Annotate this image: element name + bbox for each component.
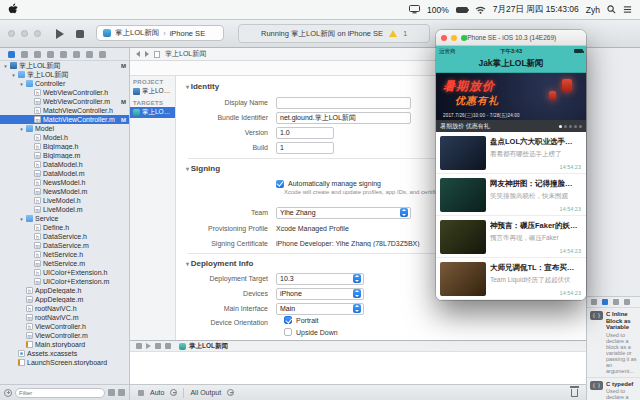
spotlight-icon[interactable]: [607, 5, 616, 14]
step-into-icon[interactable]: [165, 343, 171, 349]
debug-console[interactable]: [130, 352, 586, 384]
disclosure-triangle[interactable]: ▾: [11, 72, 16, 78]
code-snippet-item[interactable]: { } C Inline Block as Variable Used to d…: [587, 308, 640, 378]
tree-item[interactable]: ▾ 掌上LOL新闻: [0, 70, 129, 79]
run-button[interactable]: [56, 29, 64, 39]
tree-item[interactable]: rootNaviVC.h: [0, 304, 129, 313]
news-item[interactable]: 网友神拼图：记得撞脸… 笑笑撞脸高晓松，快来围观 14:54:23: [436, 174, 586, 216]
minimize-button[interactable]: [451, 35, 457, 41]
report-navigator-icon[interactable]: [99, 51, 106, 58]
warning-icon[interactable]: [389, 30, 397, 37]
tree-item[interactable]: NewsModel.m: [0, 187, 129, 196]
identity-section-header[interactable]: Identity: [186, 82, 219, 91]
tree-item[interactable]: UIColor+Extension.h: [0, 268, 129, 277]
tree-item[interactable]: NetService.m: [0, 259, 129, 268]
tree-item[interactable]: ▾ Controller: [0, 79, 129, 88]
menu-clock[interactable]: 7月27日 周四 15:43:06: [493, 4, 579, 16]
promo-banner[interactable]: 暑期放价 优惠有礼 2017.7/26(三)10:00 - 7/28(五)24:…: [436, 73, 586, 120]
tree-item[interactable]: MatchViewController.m M: [0, 115, 129, 124]
team-popup[interactable]: Yihe Zhang: [276, 207, 411, 219]
disclosure-triangle[interactable]: ▾: [19, 126, 24, 132]
minimize-button[interactable]: [21, 30, 28, 37]
hide-debug-area-icon[interactable]: [136, 343, 142, 349]
tree-item[interactable]: Define.h: [0, 223, 129, 232]
banner-caption-bar[interactable]: 暑期放价 优惠有礼: [436, 120, 586, 132]
file-template-library-icon[interactable]: [591, 299, 597, 305]
news-item[interactable]: 大师兄调侃TL：宣布买… Team Liquid经历了起起伏伏 14:54:23: [436, 258, 586, 300]
tree-item[interactable]: rootNaviVC.m: [0, 313, 129, 322]
warning-count[interactable]: 1: [403, 30, 407, 37]
breakpoint-navigator-icon[interactable]: [86, 51, 93, 58]
display-icon[interactable]: [409, 5, 420, 14]
build-field[interactable]: 1: [276, 142, 334, 154]
scm-status-filter-icon[interactable]: [118, 389, 125, 396]
tree-item[interactable]: NetService.h: [0, 250, 129, 259]
tree-item[interactable]: AppDelegate.m: [0, 295, 129, 304]
news-item[interactable]: 神预言：碾压Faker的妖… 预言帝再现，碾压Faker 14:54:23: [436, 216, 586, 258]
debug-process[interactable]: 掌上LOL新闻: [179, 342, 228, 351]
navigator-filter-input[interactable]: [19, 390, 101, 396]
tree-item[interactable]: LiveModel.m: [0, 205, 129, 214]
target-row[interactable]: 掌上LOL新闻: [130, 107, 175, 118]
debug-navigator-icon[interactable]: [73, 51, 80, 58]
tree-item[interactable]: DataModel.h: [0, 160, 129, 169]
tree-item[interactable]: ViewController.h: [0, 322, 129, 331]
auto-signing-checkbox[interactable]: [276, 180, 284, 188]
disclosure-triangle[interactable]: ▾: [3, 63, 8, 69]
tree-item[interactable]: LiveModel.h: [0, 196, 129, 205]
forward-icon[interactable]: [145, 51, 149, 57]
add-file-icon[interactable]: [4, 389, 12, 397]
devices-popup[interactable]: iPhone: [276, 288, 364, 300]
continue-icon[interactable]: [146, 343, 151, 349]
code-snippet-library-icon[interactable]: [602, 299, 608, 305]
zoom-button[interactable]: [461, 35, 467, 41]
tree-item[interactable]: ViewController.m: [0, 331, 129, 340]
tree-item[interactable]: MatchViewController.h: [0, 106, 129, 115]
notification-center-icon[interactable]: [623, 5, 632, 14]
tree-item[interactable]: ▾ Model: [0, 124, 129, 133]
tree-item[interactable]: DataService.m: [0, 241, 129, 250]
variables-scope-selector[interactable]: Auto: [150, 389, 164, 396]
tree-item[interactable]: AppDelegate.h: [0, 286, 129, 295]
tree-item[interactable]: Assets.xcassets: [0, 349, 129, 358]
deployment-target-combo[interactable]: 10.3: [276, 273, 364, 285]
step-over-icon[interactable]: [155, 343, 161, 349]
scheme-selector[interactable]: 掌上LOL新闻 › iPhone SE: [96, 25, 224, 41]
tree-item[interactable]: DataService.h: [0, 232, 129, 241]
navigator-filter-field[interactable]: [15, 388, 105, 398]
test-navigator-icon[interactable]: [60, 51, 67, 58]
tree-item[interactable]: WebViewController.h: [0, 88, 129, 97]
tree-item[interactable]: DataModel.m: [0, 169, 129, 178]
main-interface-combo[interactable]: Main: [276, 303, 364, 315]
breadcrumb[interactable]: 掌上LOL新闻: [165, 49, 206, 59]
zoom-button[interactable]: [34, 30, 41, 37]
issue-navigator-icon[interactable]: [47, 51, 54, 58]
console-filter-icon[interactable]: [227, 389, 234, 396]
tree-item[interactable]: WebViewController.m M: [0, 97, 129, 106]
tree-item[interactable]: ▾ Service: [0, 214, 129, 223]
close-button[interactable]: [441, 35, 447, 41]
news-item[interactable]: 盘点LOL六大职业选手… 看看都有哪些选手上榜了 14:54:23: [436, 132, 586, 174]
project-row[interactable]: 掌上LOL新闻: [130, 86, 175, 97]
find-navigator-icon[interactable]: [34, 51, 41, 58]
deployment-section-header[interactable]: Deployment Info: [186, 259, 253, 268]
tree-item[interactable]: BigImage.m: [0, 151, 129, 160]
apple-menu-icon[interactable]: [8, 3, 18, 17]
tree-item[interactable]: LaunchScreen.storyboard: [0, 358, 129, 367]
tree-item[interactable]: Main.storyboard: [0, 340, 129, 349]
clear-console-icon[interactable]: [571, 389, 578, 397]
stop-button[interactable]: [76, 30, 84, 38]
media-library-icon[interactable]: [624, 299, 630, 305]
bundle-identifier-field[interactable]: net.glound.掌上LOL新闻: [276, 112, 411, 124]
variables-view-toggle-icon[interactable]: [138, 390, 144, 396]
close-button[interactable]: [8, 30, 15, 37]
battery-icon[interactable]: [456, 7, 468, 13]
version-field[interactable]: 1.0: [276, 127, 334, 139]
orientation-checkbox[interactable]: Upside Down: [284, 326, 338, 338]
object-library-icon[interactable]: [613, 299, 619, 305]
disclosure-triangle[interactable]: ▾: [19, 216, 24, 222]
recent-files-filter-icon[interactable]: [108, 389, 115, 396]
variables-filter-icon[interactable]: [170, 389, 177, 396]
orientation-checkbox[interactable]: Portrait: [284, 314, 338, 326]
code-snippet-item[interactable]: { } C typedef Used to declare a typedef.: [587, 378, 640, 400]
